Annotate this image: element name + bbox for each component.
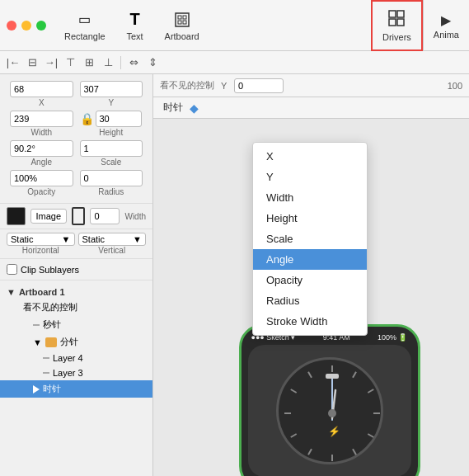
layer-minute[interactable]: ▼ 分针 — [0, 333, 152, 351]
canvas-title1: 看不见的控制 — [160, 79, 214, 92]
layer-invisible[interactable]: 看不见的控制 — [0, 299, 152, 316]
artboard-tool[interactable]: Artboard — [157, 7, 208, 45]
artboard-title: Artboard 1 — [19, 287, 65, 297]
align-center-v-icon[interactable]: ⊞ — [81, 54, 97, 71]
close-button[interactable] — [7, 21, 16, 31]
image-button[interactable]: Image — [30, 209, 68, 224]
width-input[interactable] — [10, 111, 73, 127]
minimize-button[interactable] — [21, 21, 31, 31]
dropdown-angle[interactable]: Angle — [253, 249, 367, 270]
y-field-container: Y — [77, 79, 147, 109]
phone-status-right: 100% 🔋 — [378, 333, 408, 342]
dropdown-stroke-width[interactable]: Stroke Width — [253, 311, 367, 332]
dropdown-height[interactable]: Height — [253, 208, 367, 229]
svg-rect-5 — [389, 11, 396, 17]
angle-input[interactable] — [10, 140, 73, 157]
align-bottom-icon[interactable]: ⊥ — [100, 54, 116, 71]
layer-second[interactable]: 秒针 — [0, 316, 152, 333]
svg-line-16 — [308, 449, 312, 455]
animation-label: Anima — [434, 30, 459, 40]
svg-line-17 — [290, 434, 296, 437]
distribute-h-icon[interactable]: ⇔ — [125, 54, 142, 71]
radius-input[interactable] — [80, 170, 143, 186]
dash-icon — [43, 372, 49, 374]
y-input[interactable] — [80, 81, 143, 97]
text-icon: T — [125, 10, 145, 30]
rectangle-tool[interactable]: ▭ Rectangle — [56, 7, 114, 45]
svg-line-19 — [290, 389, 296, 393]
radius-field-container: Radius — [77, 168, 147, 198]
align-top-icon[interactable]: ⊤ — [62, 54, 78, 71]
svg-rect-4 — [183, 21, 186, 24]
artboard-label: Artboard — [165, 31, 199, 41]
dropdown-radius[interactable]: Radius — [253, 290, 367, 311]
drivers-label: Drivers — [382, 32, 411, 42]
x-input[interactable] — [10, 81, 73, 97]
dash-icon — [33, 324, 40, 326]
width-field-container: Width — [7, 109, 77, 139]
layer-layer3[interactable]: Layer 3 — [0, 365, 152, 380]
ruler-100-label: 100 — [448, 81, 462, 91]
fill-stroke-group: Image Width — [0, 204, 152, 229]
dropdown-width[interactable]: Width — [253, 187, 367, 208]
dash-icon — [43, 357, 49, 359]
drivers-button[interactable]: Drivers — [371, 0, 423, 51]
clip-sublayers-label: Clip Sublayers — [21, 265, 79, 275]
window-controls — [7, 21, 46, 31]
scale-input[interactable] — [80, 140, 143, 157]
clock-ticks: ⚡ — [279, 360, 386, 467]
horizontal-static-container: Static ▼ Horizontal — [7, 233, 75, 255]
text-tool[interactable]: T Text — [117, 7, 153, 45]
horizontal-label: Horizontal — [7, 246, 75, 255]
vertical-static-select[interactable]: Static ▼ — [78, 233, 147, 246]
minute-label: 分针 — [60, 336, 78, 348]
title-bar: ▭ Rectangle T Text Artboard — [0, 0, 469, 51]
clock-face: ⚡ — [276, 357, 383, 464]
stroke-swatch[interactable] — [72, 207, 85, 225]
y-label: Y — [80, 98, 143, 107]
phone-container: ●●● Sketch ▾ 9:41 AM 100% 🔋 — [239, 324, 420, 476]
vertical-chevron-icon: ▼ — [133, 234, 142, 244]
maximize-button[interactable] — [36, 21, 46, 31]
align-right-icon[interactable]: →| — [43, 54, 59, 71]
xy-group: X Y Width 🔒 Height Angle — [0, 74, 152, 204]
opacity-label: Opacity — [10, 187, 73, 196]
opacity-input[interactable] — [10, 170, 73, 186]
horizontal-static-select[interactable]: Static ▼ — [7, 233, 75, 246]
svg-rect-3 — [178, 21, 181, 24]
play-icon — [33, 385, 40, 394]
property-dropdown: X Y Width Height Scale Angle Opacity Rad… — [252, 142, 368, 336]
fill-color-swatch[interactable] — [7, 207, 26, 225]
align-center-h-icon[interactable]: ⊟ — [24, 54, 40, 71]
align-left-icon[interactable]: |← — [5, 54, 21, 71]
dropdown-x[interactable]: X — [253, 146, 367, 167]
height-input[interactable] — [96, 111, 143, 127]
dropdown-y[interactable]: Y — [253, 167, 367, 187]
angle-label: Angle — [10, 158, 73, 167]
svg-rect-23 — [326, 374, 339, 379]
dropdown-scale[interactable]: Scale — [253, 229, 367, 249]
svg-line-14 — [353, 449, 356, 455]
main-area: X Y Width 🔒 Height Angle — [0, 74, 469, 476]
stroke-width-input[interactable] — [90, 208, 120, 224]
right-area: 看不见的控制 Y 100 时针 ◆ ← 重置按 X Y Width Heig — [153, 74, 469, 476]
distribute-v-icon[interactable]: ⇕ — [144, 54, 161, 71]
ruler-bar: 看不见的控制 Y 100 — [153, 74, 469, 97]
dropdown-opacity[interactable]: Opacity — [253, 270, 367, 290]
animation-button[interactable]: ▶ Anima — [423, 0, 469, 51]
layer-layer4[interactable]: Layer 4 — [0, 351, 152, 365]
scale-field-container: Scale — [77, 139, 147, 168]
clip-sublayers-checkbox[interactable] — [7, 264, 17, 275]
minute-expand-icon: ▼ — [33, 337, 42, 347]
phone-mockup: ●●● Sketch ▾ 9:41 AM 100% 🔋 — [239, 324, 420, 476]
artboard-section[interactable]: ▼ Artboard 1 — [0, 284, 152, 299]
phone-screen: ⚡ — [248, 345, 411, 476]
folder-icon — [45, 337, 57, 347]
height-field-container: 🔒 Height — [77, 109, 147, 139]
invisible-label: 看不见的控制 — [23, 301, 77, 313]
svg-line-13 — [368, 434, 373, 437]
y-ruler-input[interactable] — [234, 78, 284, 93]
layer-hour[interactable]: 时针 — [0, 380, 152, 398]
clip-sublayers-row: Clip Sublayers — [0, 259, 152, 280]
stroke-width-label: Width — [124, 212, 146, 221]
